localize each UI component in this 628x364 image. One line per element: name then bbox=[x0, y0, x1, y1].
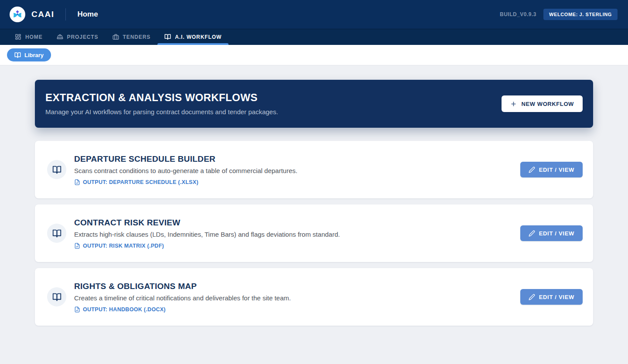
nav-tab-home[interactable]: HOME bbox=[8, 29, 50, 45]
brand-name: CAAI bbox=[31, 10, 54, 19]
main-content: EXTRACTION & ANALYSIS WORKFLOWS Manage y… bbox=[0, 65, 628, 326]
pencil-icon bbox=[529, 167, 535, 173]
workflow-card-rights-obligations: RIGHTS & OBLIGATIONS MAP Creates a timel… bbox=[35, 268, 593, 326]
lotus-logo-icon bbox=[12, 9, 23, 20]
book-open-icon bbox=[14, 52, 21, 58]
nav-tab-projects[interactable]: PROJECTS bbox=[50, 29, 106, 45]
nav-tab-label: A.I. WORKFLOW bbox=[175, 34, 222, 40]
edit-view-button[interactable]: EDIT / VIEW bbox=[520, 289, 583, 305]
app-header: CAAI Home BUILD_V0.9.3 WELCOME: J. STERL… bbox=[0, 0, 628, 29]
workflow-title: CONTRACT RISK REVIEW bbox=[74, 218, 520, 228]
workflow-output-label: OUTPUT: RISK MATRIX (.PDF) bbox=[83, 243, 164, 249]
workflow-title: RIGHTS & OBLIGATIONS MAP bbox=[74, 282, 520, 291]
workflow-output-label: OUTPUT: DEPARTURE SCHEDULE (.XLSX) bbox=[83, 179, 198, 185]
library-button[interactable]: Library bbox=[7, 48, 51, 61]
file-check-icon bbox=[74, 306, 80, 313]
new-workflow-button[interactable]: NEW WORKFLOW bbox=[502, 95, 583, 112]
book-open-icon bbox=[164, 34, 171, 40]
briefcase-icon bbox=[113, 34, 119, 40]
nav-tab-tenders[interactable]: TENDERS bbox=[106, 29, 158, 45]
dashboard-icon bbox=[15, 34, 21, 40]
file-check-icon bbox=[74, 243, 80, 249]
main-navbar: HOME PROJECTS TENDERS A.I. WORKFLOW bbox=[0, 29, 628, 45]
workflow-description: Creates a timeline of critical notificat… bbox=[74, 294, 520, 302]
book-open-icon bbox=[52, 293, 61, 302]
workflows-hero-panel: EXTRACTION & ANALYSIS WORKFLOWS Manage y… bbox=[35, 80, 593, 128]
edit-view-button[interactable]: EDIT / VIEW bbox=[520, 225, 583, 241]
workflow-description: Scans contract conditions to auto-genera… bbox=[74, 167, 520, 174]
workflow-avatar bbox=[47, 224, 66, 243]
nav-tab-label: PROJECTS bbox=[67, 34, 99, 40]
workflow-card-departure-schedule: DEPARTURE SCHEDULE BUILDER Scans contrac… bbox=[35, 141, 593, 198]
workflow-card-contract-risk: CONTRACT RISK REVIEW Extracts high-risk … bbox=[35, 204, 593, 262]
edit-view-label: EDIT / VIEW bbox=[539, 167, 574, 173]
hero-subtitle: Manage your AI workflows for parsing con… bbox=[45, 108, 581, 116]
workflow-output-label: OUTPUT: HANDBOOK (.DOCX) bbox=[83, 306, 166, 313]
hardhat-icon bbox=[57, 34, 63, 40]
new-workflow-label: NEW WORKFLOW bbox=[521, 101, 574, 107]
workflow-output-link[interactable]: OUTPUT: DEPARTURE SCHEDULE (.XLSX) bbox=[74, 179, 520, 185]
workflow-description: Extracts high-risk clauses (LDs, Indemni… bbox=[74, 231, 520, 238]
build-version-label: BUILD_V0.9.3 bbox=[500, 11, 536, 17]
edit-view-label: EDIT / VIEW bbox=[539, 294, 574, 300]
workflow-title: DEPARTURE SCHEDULE BUILDER bbox=[74, 154, 520, 164]
header-divider bbox=[65, 8, 66, 20]
book-open-icon bbox=[52, 229, 61, 238]
edit-view-label: EDIT / VIEW bbox=[539, 230, 574, 237]
library-button-label: Library bbox=[24, 52, 44, 58]
workflow-avatar bbox=[47, 160, 66, 179]
welcome-user-badge[interactable]: WELCOME: J. STERLING bbox=[543, 9, 618, 20]
nav-tab-label: TENDERS bbox=[123, 34, 151, 40]
hero-title: EXTRACTION & ANALYSIS WORKFLOWS bbox=[45, 92, 581, 104]
workflow-card-list: DEPARTURE SCHEDULE BUILDER Scans contrac… bbox=[35, 141, 593, 326]
workflow-output-link[interactable]: OUTPUT: HANDBOOK (.DOCX) bbox=[74, 306, 520, 313]
plus-icon bbox=[510, 101, 517, 107]
pencil-icon bbox=[529, 230, 535, 237]
book-open-icon bbox=[52, 165, 61, 174]
page-title: Home bbox=[77, 10, 98, 19]
edit-view-button[interactable]: EDIT / VIEW bbox=[520, 162, 583, 177]
workflow-avatar bbox=[47, 287, 66, 306]
pencil-icon bbox=[529, 294, 535, 300]
nav-tab-label: HOME bbox=[25, 34, 43, 40]
file-check-icon bbox=[74, 179, 80, 185]
nav-tab-ai-workflow[interactable]: A.I. WORKFLOW bbox=[157, 29, 229, 45]
workflow-output-link[interactable]: OUTPUT: RISK MATRIX (.PDF) bbox=[74, 243, 520, 249]
app-logo bbox=[10, 7, 25, 22]
sub-toolbar: Library bbox=[0, 45, 628, 65]
